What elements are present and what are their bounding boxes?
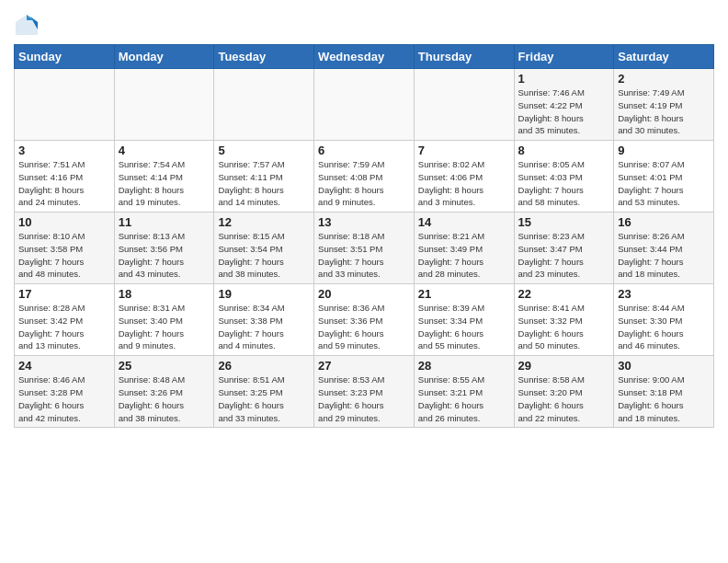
header-cell-monday: Monday [114,45,214,69]
day-number: 27 [318,359,410,373]
day-cell: 5Sunrise: 7:57 AM Sunset: 4:11 PM Daylig… [214,141,314,213]
day-cell: 27Sunrise: 8:53 AM Sunset: 3:23 PM Dayli… [314,356,415,428]
day-cell: 26Sunrise: 8:51 AM Sunset: 3:25 PM Dayli… [214,356,314,428]
day-number: 25 [119,359,210,373]
day-info: Sunrise: 7:51 AM Sunset: 4:16 PM Dayligh… [18,158,110,209]
day-number: 23 [618,287,710,301]
day-number: 26 [218,359,310,373]
day-info: Sunrise: 8:10 AM Sunset: 3:58 PM Dayligh… [18,230,110,281]
day-cell: 15Sunrise: 8:23 AM Sunset: 3:47 PM Dayli… [514,213,614,284]
day-number: 4 [119,144,210,157]
day-number: 20 [318,287,410,301]
day-number: 6 [318,144,410,157]
day-cell: 9Sunrise: 8:07 AM Sunset: 4:01 PM Daylig… [614,141,714,213]
day-cell: 3Sunrise: 7:51 AM Sunset: 4:16 PM Daylig… [15,141,115,213]
day-cell [114,69,214,141]
day-info: Sunrise: 8:18 AM Sunset: 3:51 PM Dayligh… [318,230,410,281]
day-info: Sunrise: 7:49 AM Sunset: 4:19 PM Dayligh… [618,86,710,137]
day-number: 24 [18,359,110,373]
logo-icon [14,13,40,39]
day-number: 15 [518,215,610,229]
week-row-4: 17Sunrise: 8:28 AM Sunset: 3:42 PM Dayli… [15,284,714,356]
header [14,9,714,39]
day-info: Sunrise: 8:55 AM Sunset: 3:21 PM Dayligh… [418,373,510,424]
day-cell: 22Sunrise: 8:41 AM Sunset: 3:32 PM Dayli… [514,284,614,356]
header-cell-saturday: Saturday [614,45,714,69]
main-container: SundayMondayTuesdayWednesdayThursdayFrid… [0,0,728,437]
day-number: 29 [518,359,610,373]
day-number: 9 [618,144,710,157]
day-info: Sunrise: 8:46 AM Sunset: 3:28 PM Dayligh… [18,373,110,424]
day-cell: 7Sunrise: 8:02 AM Sunset: 4:06 PM Daylig… [414,141,514,213]
week-row-5: 24Sunrise: 8:46 AM Sunset: 3:28 PM Dayli… [15,356,714,428]
day-info: Sunrise: 8:41 AM Sunset: 3:32 PM Dayligh… [518,302,610,352]
day-info: Sunrise: 7:59 AM Sunset: 4:08 PM Dayligh… [318,158,410,209]
day-info: Sunrise: 8:51 AM Sunset: 3:25 PM Dayligh… [218,373,310,424]
day-number: 16 [618,215,710,229]
day-info: Sunrise: 8:26 AM Sunset: 3:44 PM Dayligh… [618,230,710,281]
day-cell: 19Sunrise: 8:34 AM Sunset: 3:38 PM Dayli… [214,284,314,356]
day-cell: 28Sunrise: 8:55 AM Sunset: 3:21 PM Dayli… [414,356,514,428]
day-info: Sunrise: 8:15 AM Sunset: 3:54 PM Dayligh… [218,230,310,281]
day-info: Sunrise: 7:57 AM Sunset: 4:11 PM Dayligh… [218,158,310,209]
day-cell: 12Sunrise: 8:15 AM Sunset: 3:54 PM Dayli… [214,213,314,284]
day-number: 18 [119,287,210,301]
day-cell: 11Sunrise: 8:13 AM Sunset: 3:56 PM Dayli… [114,213,214,284]
day-info: Sunrise: 8:07 AM Sunset: 4:01 PM Dayligh… [618,158,710,209]
day-info: Sunrise: 8:05 AM Sunset: 4:03 PM Dayligh… [518,158,610,209]
day-cell: 23Sunrise: 8:44 AM Sunset: 3:30 PM Dayli… [614,284,714,356]
day-info: Sunrise: 8:13 AM Sunset: 3:56 PM Dayligh… [119,230,210,281]
day-number: 2 [618,72,710,86]
day-number: 13 [318,215,410,229]
day-cell [214,69,314,141]
day-info: Sunrise: 8:23 AM Sunset: 3:47 PM Dayligh… [518,230,610,281]
day-cell: 6Sunrise: 7:59 AM Sunset: 4:08 PM Daylig… [314,141,415,213]
day-number: 14 [418,215,510,229]
day-number: 10 [18,215,110,229]
day-info: Sunrise: 7:46 AM Sunset: 4:22 PM Dayligh… [518,86,610,137]
day-number: 1 [518,72,610,86]
day-number: 7 [418,144,510,157]
day-number: 28 [418,359,510,373]
week-row-1: 1Sunrise: 7:46 AM Sunset: 4:22 PM Daylig… [15,69,714,141]
day-info: Sunrise: 8:53 AM Sunset: 3:23 PM Dayligh… [318,373,410,424]
day-cell: 8Sunrise: 8:05 AM Sunset: 4:03 PM Daylig… [514,141,614,213]
day-number: 12 [218,215,310,229]
day-cell: 1Sunrise: 7:46 AM Sunset: 4:22 PM Daylig… [514,69,614,141]
day-info: Sunrise: 8:58 AM Sunset: 3:20 PM Dayligh… [518,373,610,424]
day-cell: 18Sunrise: 8:31 AM Sunset: 3:40 PM Dayli… [114,284,214,356]
day-number: 22 [518,287,610,301]
calendar-table: SundayMondayTuesdayWednesdayThursdayFrid… [14,44,714,428]
day-number: 30 [618,359,710,373]
day-info: Sunrise: 8:36 AM Sunset: 3:36 PM Dayligh… [318,302,410,352]
day-cell: 24Sunrise: 8:46 AM Sunset: 3:28 PM Dayli… [15,356,115,428]
day-info: Sunrise: 7:54 AM Sunset: 4:14 PM Dayligh… [119,158,210,209]
day-number: 19 [218,287,310,301]
day-cell: 2Sunrise: 7:49 AM Sunset: 4:19 PM Daylig… [614,69,714,141]
day-cell: 16Sunrise: 8:26 AM Sunset: 3:44 PM Dayli… [614,213,714,284]
day-cell: 14Sunrise: 8:21 AM Sunset: 3:49 PM Dayli… [414,213,514,284]
day-cell [414,69,514,141]
day-number: 3 [18,144,110,157]
header-cell-friday: Friday [514,45,614,69]
header-row: SundayMondayTuesdayWednesdayThursdayFrid… [15,45,714,69]
day-number: 21 [418,287,510,301]
header-cell-tuesday: Tuesday [214,45,314,69]
day-info: Sunrise: 8:02 AM Sunset: 4:06 PM Dayligh… [418,158,510,209]
day-info: Sunrise: 9:00 AM Sunset: 3:18 PM Dayligh… [618,373,710,424]
day-cell [15,69,115,141]
day-info: Sunrise: 8:28 AM Sunset: 3:42 PM Dayligh… [18,302,110,352]
day-number: 17 [18,287,110,301]
day-cell: 4Sunrise: 7:54 AM Sunset: 4:14 PM Daylig… [114,141,214,213]
day-number: 8 [518,144,610,157]
day-info: Sunrise: 8:34 AM Sunset: 3:38 PM Dayligh… [218,302,310,352]
day-cell: 20Sunrise: 8:36 AM Sunset: 3:36 PM Dayli… [314,284,415,356]
week-row-2: 3Sunrise: 7:51 AM Sunset: 4:16 PM Daylig… [15,141,714,213]
day-info: Sunrise: 8:39 AM Sunset: 3:34 PM Dayligh… [418,302,510,352]
day-number: 5 [218,144,310,157]
day-info: Sunrise: 8:31 AM Sunset: 3:40 PM Dayligh… [119,302,210,352]
day-cell: 10Sunrise: 8:10 AM Sunset: 3:58 PM Dayli… [15,213,115,284]
header-cell-thursday: Thursday [414,45,514,69]
day-cell: 21Sunrise: 8:39 AM Sunset: 3:34 PM Dayli… [414,284,514,356]
header-cell-sunday: Sunday [15,45,115,69]
